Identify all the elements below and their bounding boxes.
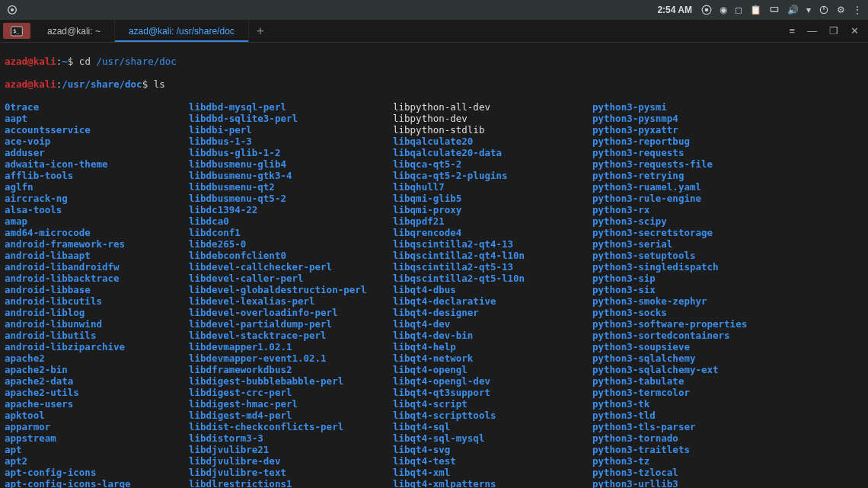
tab-doc[interactable]: azad@kali: /usr/share/doc bbox=[115, 20, 249, 42]
dir-entry: apparmor bbox=[5, 421, 189, 432]
svg-text:$_: $_ bbox=[13, 28, 19, 34]
dir-entry: libqt4-xml bbox=[393, 467, 592, 478]
dir-entry: apt bbox=[5, 444, 189, 455]
dir-entry: libdlrestrictions1 bbox=[189, 478, 393, 488]
maximize-button[interactable]: ❐ bbox=[829, 25, 838, 37]
dir-entry: python3-rule-engine bbox=[592, 193, 747, 204]
dir-entry: python3-soupsieve bbox=[592, 341, 747, 352]
dir-entry: libdevel-lexalias-perl bbox=[189, 295, 393, 307]
activities-icon[interactable] bbox=[6, 4, 29, 16]
dir-entry: android-libutils bbox=[5, 330, 189, 341]
dir-entry: appstream bbox=[5, 432, 189, 444]
dir-entry: apache2-utils bbox=[5, 387, 189, 398]
dir-entry: libqt4-dbus bbox=[393, 284, 592, 295]
dir-entry: libqmi-glib5 bbox=[393, 193, 592, 204]
dir-entry: ace-voip bbox=[5, 136, 189, 147]
terminal-launcher-icon[interactable]: $_ bbox=[3, 23, 30, 39]
dir-entry: apt-config-icons bbox=[5, 467, 189, 478]
dir-entry: libdevel-caller-perl bbox=[189, 273, 393, 284]
dir-entry: android-libandroidfw bbox=[5, 261, 189, 273]
dir-entry: libqt4-script bbox=[393, 398, 592, 410]
dir-entry: python3-tornado bbox=[592, 432, 747, 444]
dir-entry: libqt4-test bbox=[393, 455, 592, 467]
dir-entry: python3-pyxattr bbox=[592, 124, 747, 136]
dir-entry: aglfn bbox=[5, 181, 189, 193]
chevron-down-icon[interactable]: ▾ bbox=[806, 5, 811, 15]
dir-entry: python3-requests bbox=[592, 147, 747, 158]
system-topbar: 2:54 AM ◉ ◻ 📋 🔊 ▾ ⚙ ⋮ bbox=[0, 0, 868, 20]
terminal-window: $_ azad@kali: ~ azad@kali: /usr/share/do… bbox=[0, 20, 868, 488]
dir-entry: libqt4-designer bbox=[393, 307, 592, 318]
dir-entry: apache-users bbox=[5, 398, 189, 410]
dir-entry: libdjvulibre-dev bbox=[189, 455, 393, 467]
dir-entry: libdist-checkconflicts-perl bbox=[189, 421, 393, 432]
dir-entry: python3-retrying bbox=[592, 170, 747, 181]
dir-entry: python3-sortedcontainers bbox=[592, 330, 747, 341]
power-icon[interactable] bbox=[819, 5, 829, 15]
dir-entry: libqalculate20-data bbox=[393, 147, 592, 158]
dir-entry: python3-tk bbox=[592, 398, 747, 410]
dir-entry: libqt4-sql bbox=[393, 421, 592, 432]
dir-entry: libqt4-dev-bin bbox=[393, 330, 592, 341]
dir-entry: android-liblog bbox=[5, 307, 189, 318]
listing-col-4: python3-pysmipython3-pysnmp4python3-pyxa… bbox=[592, 101, 747, 488]
command-text: ls bbox=[154, 78, 165, 90]
dir-entry: python3-setuptools bbox=[592, 250, 747, 261]
dir-entry: libdjvulibre-text bbox=[189, 467, 393, 478]
dir-entry: python3-reportbug bbox=[592, 136, 747, 147]
dir-entry: amap bbox=[5, 215, 189, 227]
command-arg: /usr/share/doc bbox=[96, 56, 176, 67]
prompt-line-1: azad@kali:~$ cd /usr/share/doc bbox=[5, 56, 863, 67]
dir-entry: libdc1394-22 bbox=[189, 204, 393, 215]
network-icon[interactable] bbox=[769, 5, 780, 15]
dir-entry: apt2 bbox=[5, 455, 189, 467]
workspace-icon[interactable]: ◻ bbox=[735, 5, 742, 15]
svg-rect-4 bbox=[771, 8, 777, 12]
dir-entry: libdigest-hmac-perl bbox=[189, 398, 393, 410]
terminal-viewport[interactable]: azad@kali:~$ cd /usr/share/doc azad@kali… bbox=[0, 43, 868, 488]
prompt-path: /usr/share/doc bbox=[62, 78, 142, 90]
close-button[interactable]: ✕ bbox=[850, 25, 859, 37]
new-tab-button[interactable]: + bbox=[249, 20, 272, 42]
dir-entry: python3-tld bbox=[592, 410, 747, 421]
dir-entry: libdevmapper-event1.02.1 bbox=[189, 352, 393, 364]
dir-entry: libqrencode4 bbox=[393, 227, 592, 238]
dir-entry: libqscintilla2-qt5-13 bbox=[393, 261, 592, 273]
hamburger-menu-icon[interactable]: ≡ bbox=[789, 25, 795, 37]
record-icon[interactable]: ◉ bbox=[720, 5, 727, 15]
chrome-icon[interactable] bbox=[701, 5, 712, 15]
clipboard-icon[interactable]: 📋 bbox=[750, 5, 761, 15]
dir-entry: python3-termcolor bbox=[592, 387, 747, 398]
dir-entry: android-libbase bbox=[5, 284, 189, 295]
dir-entry: aapt bbox=[5, 113, 189, 124]
dir-entry: python3-sqlalchemy-ext bbox=[592, 364, 747, 375]
menu-dots-icon[interactable]: ⋮ bbox=[853, 5, 862, 15]
dir-entry: android-libaapt bbox=[5, 250, 189, 261]
dir-entry: libdframeworkdbus2 bbox=[189, 364, 393, 375]
clock[interactable]: 2:54 AM bbox=[657, 5, 692, 15]
dir-entry: afflib-tools bbox=[5, 170, 189, 181]
dir-entry: libde265-0 bbox=[189, 238, 393, 250]
dir-entry: libqscintilla2-qt4-13 bbox=[393, 238, 592, 250]
dir-entry: python3-tzlocal bbox=[592, 467, 747, 478]
dir-entry: libqmi-proxy bbox=[393, 204, 592, 215]
dir-entry: accountsservice bbox=[5, 124, 189, 136]
dir-entry: amd64-microcode bbox=[5, 227, 189, 238]
dir-entry: python3-traitlets bbox=[592, 444, 747, 455]
dir-entry: libdevel-partialdump-perl bbox=[189, 318, 393, 330]
tab-home[interactable]: azad@kali: ~ bbox=[34, 20, 115, 42]
prompt-user: azad@kali bbox=[5, 56, 56, 67]
tab-label: azad@kali: /usr/share/doc bbox=[129, 26, 235, 37]
dir-entry: python3-pysmi bbox=[592, 101, 747, 113]
ls-output: 0traceaaptaccountsserviceace-voipadduser… bbox=[5, 101, 863, 488]
dir-entry: python3-software-properties bbox=[592, 318, 747, 330]
dir-entry: libqt4-network bbox=[393, 352, 592, 364]
minimize-button[interactable]: — bbox=[807, 25, 817, 37]
settings-icon[interactable]: ⚙ bbox=[837, 5, 845, 15]
dir-entry: python3-tls-parser bbox=[592, 421, 747, 432]
volume-icon[interactable]: 🔊 bbox=[787, 5, 799, 15]
prompt-dollar: $ bbox=[142, 78, 148, 90]
dir-entry: libqhull7 bbox=[393, 181, 592, 193]
command-text: cd bbox=[79, 56, 97, 67]
dir-entry: libqt4-sql-mysql bbox=[393, 432, 592, 444]
